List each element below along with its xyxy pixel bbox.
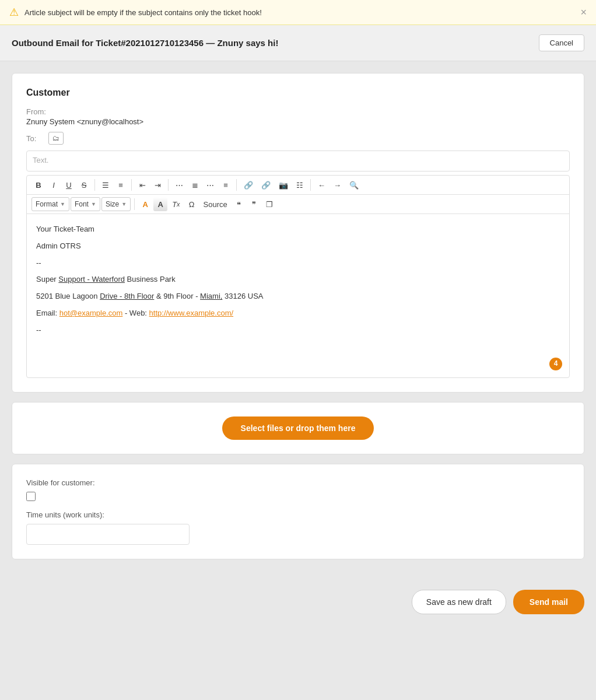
section-title: Customer <box>26 88 570 98</box>
web-link[interactable]: http://www.example.com/ <box>149 309 234 317</box>
increase-indent-button[interactable]: ⇥ <box>150 178 164 192</box>
to-field-row: To: 🗂 <box>26 132 570 145</box>
separator4 <box>236 179 237 191</box>
from-value: Znuny System <znuny@localhost> <box>26 117 570 126</box>
badge-count: 4 <box>549 358 562 370</box>
from-field-row: From: Znuny System <znuny@localhost> <box>26 107 570 126</box>
editor-line-team: Your Ticket-Team <box>36 223 560 236</box>
company-underline: Support - Waterford <box>58 275 125 284</box>
editor-line-admin: Admin OTRS <box>36 240 560 253</box>
table-button[interactable]: ☷ <box>293 178 307 192</box>
size-dropdown[interactable]: Size ▼ <box>101 197 131 211</box>
editor-address-line: 5201 Blue Lagoon Drive - 8th Floor & 9th… <box>36 290 560 303</box>
separator3 <box>168 179 169 191</box>
unordered-list-button[interactable]: ≡ <box>114 178 128 192</box>
bg-color-button[interactable]: A <box>153 197 167 211</box>
decrease-indent-button[interactable]: ⇤ <box>135 178 149 192</box>
address-underline: Drive - 8th Floor <box>100 292 154 300</box>
main-content: Customer From: Znuny System <znuny@local… <box>0 61 596 580</box>
find-button[interactable]: 🔍 <box>346 178 362 192</box>
page-title: Outbound Email for Ticket#20210127101234… <box>12 38 278 48</box>
form-card: Customer From: Znuny System <znuny@local… <box>12 73 584 393</box>
dquote-button[interactable]: ❞ <box>247 197 261 211</box>
size-label: Size <box>106 200 119 208</box>
font-color-button[interactable]: A <box>138 197 152 211</box>
align-right-button[interactable]: ⋯ <box>203 178 218 192</box>
editor-separator2: -- <box>36 324 560 337</box>
warning-close-button[interactable]: × <box>580 7 587 18</box>
text-placeholder-area: Text. <box>26 150 570 172</box>
align-center-button[interactable]: ≣ <box>188 178 202 192</box>
separator6 <box>134 198 135 210</box>
size-arrow-icon: ▼ <box>121 201 127 207</box>
warning-icon: ⚠ <box>9 6 19 19</box>
redo-button[interactable]: → <box>330 178 345 192</box>
fullscreen-button[interactable]: ❐ <box>262 197 276 211</box>
source-button[interactable]: Source <box>200 197 231 211</box>
page-header: Outbound Email for Ticket#20210127101234… <box>0 25 596 61</box>
editor-separator1: -- <box>36 257 560 270</box>
visible-customer-row <box>26 492 570 501</box>
bold-button[interactable]: B <box>31 178 45 192</box>
quote-button[interactable]: ❝ <box>232 197 246 211</box>
format-arrow-icon: ▼ <box>60 201 65 207</box>
undo-button[interactable]: ← <box>314 178 329 192</box>
bottom-form-card: Visible for customer: Time units (work u… <box>12 464 584 559</box>
font-arrow-icon: ▼ <box>91 201 96 207</box>
addressbook-icon: 🗂 <box>52 134 59 142</box>
editor-company-line: Super Support - Waterford Business Park <box>36 274 560 286</box>
text-placeholder: Text. <box>33 156 48 164</box>
rich-text-editor: B I U S ☰ ≡ ⇤ ⇥ ⋯ ≣ ⋯ ≡ 🔗 🔗 📷 ☷ <box>26 175 570 378</box>
to-addressbook-button[interactable]: 🗂 <box>48 132 64 145</box>
separator1 <box>94 179 95 191</box>
to-label: To: <box>26 134 44 143</box>
font-dropdown[interactable]: Font ▼ <box>71 197 100 211</box>
save-draft-button[interactable]: Save as new draft <box>412 590 506 614</box>
italic-button[interactable]: I <box>47 178 61 192</box>
footer-actions: Save as new draft Send mail <box>0 580 596 624</box>
link-button[interactable]: 🔗 <box>240 178 257 192</box>
source-label: Source <box>204 200 227 209</box>
format-label: Format <box>36 200 58 208</box>
toolbar-row2: Format ▼ Font ▼ Size ▼ A A Tx Ω Source <box>27 195 569 214</box>
visible-customer-label: Visible for customer: <box>26 478 570 487</box>
strikethrough-button[interactable]: S <box>77 178 91 192</box>
send-mail-button[interactable]: Send mail <box>513 590 584 614</box>
separator2 <box>131 179 132 191</box>
align-left-button[interactable]: ⋯ <box>172 178 187 192</box>
editor-content-area[interactable]: Your Ticket-Team Admin OTRS -- Super Sup… <box>27 214 569 377</box>
font-label: Font <box>75 200 89 208</box>
editor-contact-line: Email: hot@example.com - Web: http://www… <box>36 307 560 320</box>
from-label: From: <box>26 107 570 116</box>
warning-text: Article subject will be empty if the sub… <box>24 8 574 17</box>
upload-card: Select files or drop them here <box>12 402 584 454</box>
time-units-input[interactable] <box>26 524 190 545</box>
time-units-label: Time units (work units): <box>26 510 570 519</box>
email-link[interactable]: hot@example.com <box>59 309 123 317</box>
align-justify-button[interactable]: ≡ <box>219 178 233 192</box>
toolbar-row1: B I U S ☰ ≡ ⇤ ⇥ ⋯ ≣ ⋯ ≡ 🔗 🔗 📷 ☷ <box>27 176 569 195</box>
image-button[interactable]: 📷 <box>275 178 292 192</box>
visible-customer-checkbox[interactable] <box>26 492 36 501</box>
cancel-button[interactable]: Cancel <box>539 34 584 51</box>
unlink-button[interactable]: 🔗 <box>258 178 274 192</box>
underline-button[interactable]: U <box>62 178 76 192</box>
format-dropdown[interactable]: Format ▼ <box>31 197 69 211</box>
warning-banner: ⚠ Article subject will be empty if the s… <box>0 0 596 25</box>
special-char-button[interactable]: Ω <box>185 197 199 211</box>
miami-underline: Miami, <box>200 292 222 300</box>
separator5 <box>310 179 311 191</box>
clear-format-button[interactable]: Tx <box>169 197 183 211</box>
upload-button[interactable]: Select files or drop them here <box>222 416 374 440</box>
ordered-list-button[interactable]: ☰ <box>99 178 113 192</box>
